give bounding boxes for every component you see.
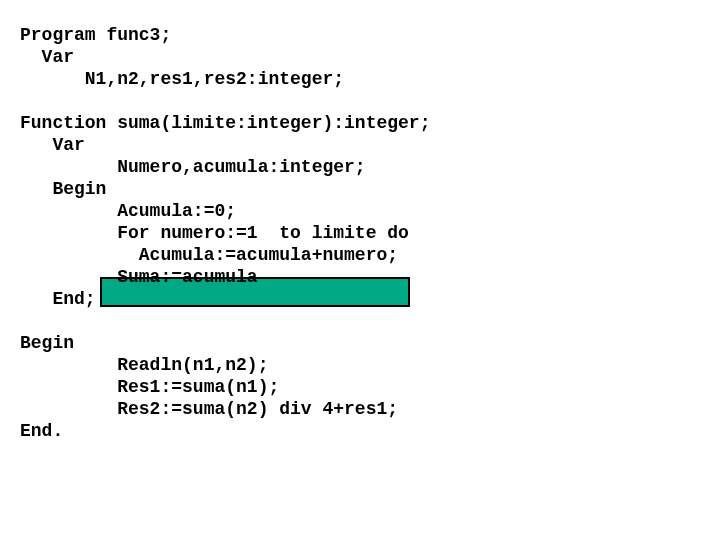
- code-line: Acumula:=acumula+numero;: [20, 244, 700, 266]
- code-line: Acumula:=0;: [20, 200, 700, 222]
- code-line: End;: [20, 288, 700, 310]
- code-line: Program func3;: [20, 24, 700, 46]
- code-line: Readln(n1,n2);: [20, 354, 700, 376]
- code-line: Var: [20, 134, 700, 156]
- code-block: Program func3; Var N1,n2,res1,res2:integ…: [20, 24, 700, 442]
- code-line: Res2:=suma(n2) div 4+res1;: [20, 398, 700, 420]
- code-line: Suma:=acumula: [20, 266, 700, 288]
- blank-line: [20, 90, 700, 112]
- blank-line: [20, 310, 700, 332]
- code-document: Program func3; Var N1,n2,res1,res2:integ…: [0, 0, 720, 442]
- code-line: N1,n2,res1,res2:integer;: [20, 68, 700, 90]
- code-line: Var: [20, 46, 700, 68]
- code-line: For numero:=1 to limite do: [20, 222, 700, 244]
- code-line: Numero,acumula:integer;: [20, 156, 700, 178]
- code-line: Res1:=suma(n1);: [20, 376, 700, 398]
- code-line: Function suma(limite:integer):integer;: [20, 112, 700, 134]
- code-line: Begin: [20, 178, 700, 200]
- code-line: Begin: [20, 332, 700, 354]
- code-line: End.: [20, 420, 700, 442]
